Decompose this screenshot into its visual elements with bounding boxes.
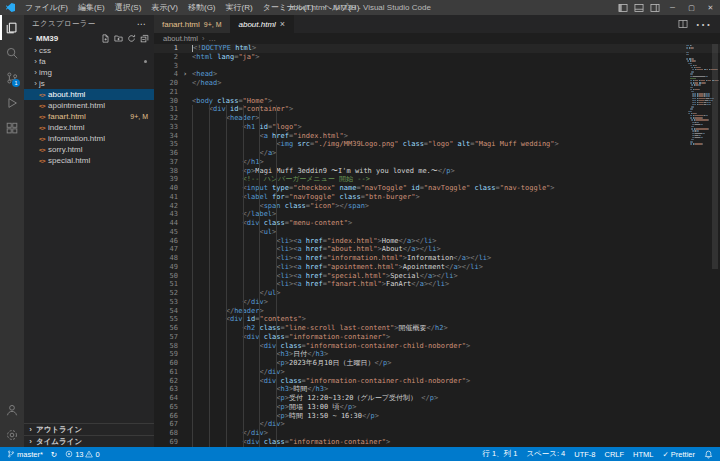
menu-item[interactable]: 実行(R)	[221, 2, 258, 13]
code-line-32[interactable]: 32 <header>	[154, 114, 720, 123]
collapse-all-icon[interactable]	[140, 34, 149, 43]
code-line-30[interactable]: 30<body class="Home">	[154, 97, 720, 106]
code-line-46[interactable]: 46 <li><a href="index.html">Home</a></li…	[154, 237, 720, 246]
split-editor-icon[interactable]	[678, 19, 688, 29]
explorer-icon[interactable]	[0, 15, 24, 40]
code-line-67[interactable]: 67 </div>	[154, 420, 720, 429]
menu-item[interactable]: ファイル(F)	[20, 2, 73, 13]
folder-item-fa[interactable]: ›fa	[24, 56, 154, 67]
code-line-37[interactable]: 37 </h1>	[154, 158, 720, 167]
breadcrumb-file[interactable]: about.html	[163, 34, 198, 43]
code-line-47[interactable]: 47 <li><a href="about.html">About</a></l…	[154, 245, 720, 254]
source-control-icon[interactable]: 1	[0, 65, 24, 90]
file-item-special.html[interactable]: <>special.html	[24, 155, 154, 166]
code-editor[interactable]: 1<!DOCTYPE html>2<html lang="ja">34›<hea…	[154, 44, 720, 447]
folder-item-js[interactable]: ›js	[24, 78, 154, 89]
menu-item[interactable]: 選択(S)	[110, 2, 147, 13]
code-line-4[interactable]: 4›<head>	[154, 70, 720, 79]
timeline-section[interactable]: › タイムライン	[24, 435, 154, 447]
problems-status[interactable]: 13 0	[65, 450, 100, 459]
new-file-icon[interactable]	[101, 34, 110, 43]
code-line-45[interactable]: 45 <ul>	[154, 228, 720, 237]
fold-indicator-icon[interactable]: ›	[178, 70, 192, 79]
file-item-information.html[interactable]: <>information.html	[24, 133, 154, 144]
code-line-63[interactable]: 63 <h3>時間</h3>	[154, 385, 720, 394]
notifications-bell-icon[interactable]	[704, 450, 713, 459]
code-line-51[interactable]: 51 <li><a href="fanart.html">FanArt</a><…	[154, 280, 720, 289]
formatter-status[interactable]: ✓ Prettier	[663, 450, 695, 459]
code-line-20[interactable]: 20</head>	[154, 79, 720, 88]
code-line-3[interactable]: 3	[154, 62, 720, 71]
code-line-55[interactable]: 55 <div id="contents">	[154, 315, 720, 324]
code-line-58[interactable]: 58 <div class="information-container-chi…	[154, 342, 720, 351]
refresh-icon[interactable]	[127, 34, 136, 43]
breadcrumb[interactable]: about.html › …	[154, 33, 720, 44]
code-line-69[interactable]: 69 <div class="information-container">	[154, 438, 720, 447]
code-line-44[interactable]: 44 <div class="menu-content">	[154, 219, 720, 228]
run-debug-icon[interactable]	[0, 90, 24, 115]
code-line-59[interactable]: 59 <h3>日付</h3>	[154, 350, 720, 359]
minimize-button[interactable]: ─	[663, 0, 682, 15]
indentation-setting[interactable]: スペース: 4	[526, 449, 565, 459]
file-item-about.html[interactable]: <>about.html	[24, 89, 154, 100]
code-line-49[interactable]: 49 <li><a href="apointment.html">Apointm…	[154, 263, 720, 272]
code-line-40[interactable]: 40 <input type="checkbox" name="navToggl…	[154, 184, 720, 193]
code-line-54[interactable]: 54 </header>	[154, 307, 720, 316]
cursor-position[interactable]: 行 1、列 1	[482, 449, 517, 459]
file-item-fanart.html[interactable]: <>fanart.html9+, M	[24, 111, 154, 122]
toggle-sidebar-icon[interactable]	[615, 0, 631, 15]
code-line-43[interactable]: 43 </label>	[154, 210, 720, 219]
code-line-68[interactable]: 68 </div>	[154, 429, 720, 438]
code-line-50[interactable]: 50 <li><a href="special.html">Special</a…	[154, 272, 720, 281]
close-tab-icon[interactable]: ×	[280, 19, 285, 29]
git-branch-status[interactable]: master*	[7, 450, 43, 459]
code-line-57[interactable]: 57 <div class="information-container">	[154, 333, 720, 342]
folder-item-img[interactable]: ›img	[24, 67, 154, 78]
breadcrumb-more[interactable]: …	[209, 34, 217, 43]
sync-status[interactable]: ↻	[51, 450, 57, 459]
editor-scrollbar[interactable]	[710, 44, 720, 447]
code-line-38[interactable]: 38 <p>Magi Muff 3eddin9 〜I'm with you lo…	[154, 167, 720, 176]
extensions-icon[interactable]	[0, 115, 24, 140]
code-line-31[interactable]: 31 <div id="container">	[154, 105, 720, 114]
code-line-39[interactable]: 39 <!-- ハンバーガーメニュー 開始 -->	[154, 175, 720, 184]
code-line-1[interactable]: 1<!DOCTYPE html>	[154, 44, 720, 53]
editor-more-actions-icon[interactable]: ⋯	[695, 15, 711, 34]
code-line-2[interactable]: 2<html lang="ja">	[154, 53, 720, 62]
code-line-41[interactable]: 41 <label for="navToggle" class="btn-bur…	[154, 193, 720, 202]
file-item-index.html[interactable]: <>index.html	[24, 122, 154, 133]
code-line-56[interactable]: 56 <h2 class="line-scroll last-content">…	[154, 324, 720, 333]
code-line-33[interactable]: 33 <h1 id="logo">	[154, 123, 720, 132]
tab-fanart.html[interactable]: fanart.html9+, M	[154, 15, 231, 33]
settings-gear-icon[interactable]	[0, 422, 24, 447]
code-line-34[interactable]: 34 <a href="index.html">	[154, 132, 720, 141]
code-line-66[interactable]: 66 <p>時間 13:50 ~ 16:30</p>	[154, 412, 720, 421]
menu-item[interactable]: 移動(G)	[183, 2, 221, 13]
code-line-62[interactable]: 62 <div class="information-container-chi…	[154, 377, 720, 386]
code-line-52[interactable]: 52 </ul>	[154, 289, 720, 298]
outline-section[interactable]: › アウトライン	[24, 423, 154, 435]
file-item-sorry.html[interactable]: <>sorry.html	[24, 144, 154, 155]
tab-about.html[interactable]: about.html×	[231, 15, 295, 33]
eol-setting[interactable]: CRLF	[605, 450, 625, 459]
accounts-icon[interactable]	[0, 397, 24, 422]
code-line-36[interactable]: 36 </a>	[154, 149, 720, 158]
code-line-21[interactable]: 21	[154, 88, 720, 97]
menu-item[interactable]: 編集(E)	[73, 2, 110, 13]
code-line-64[interactable]: 64 <p>受付 12:20~13:20（グループ受付制） </p>	[154, 394, 720, 403]
toggle-secondary-sidebar-icon[interactable]	[647, 0, 663, 15]
minimap[interactable]	[686, 45, 710, 146]
code-line-35[interactable]: 35 <img src="./img/MM39Logo.png" class="…	[154, 140, 720, 149]
search-icon[interactable]	[0, 40, 24, 65]
code-line-61[interactable]: 61 </div>	[154, 368, 720, 377]
code-line-65[interactable]: 65 <p>開場 13:00 頃</p>	[154, 403, 720, 412]
workspace-section-header[interactable]: › MM39	[24, 32, 154, 45]
code-line-53[interactable]: 53 </div>	[154, 298, 720, 307]
code-line-42[interactable]: 42 <span class="icon"></span>	[154, 202, 720, 211]
language-mode[interactable]: HTML	[633, 450, 653, 459]
code-line-48[interactable]: 48 <li><a href="information.html">Inform…	[154, 254, 720, 263]
explorer-more-actions-icon[interactable]: ⋯	[137, 19, 146, 29]
scrollbar-thumb[interactable]	[712, 44, 718, 269]
folder-item-css[interactable]: ›css	[24, 45, 154, 56]
code-line-60[interactable]: 60 <p>2023年6月10日（土曜日）</p>	[154, 359, 720, 368]
